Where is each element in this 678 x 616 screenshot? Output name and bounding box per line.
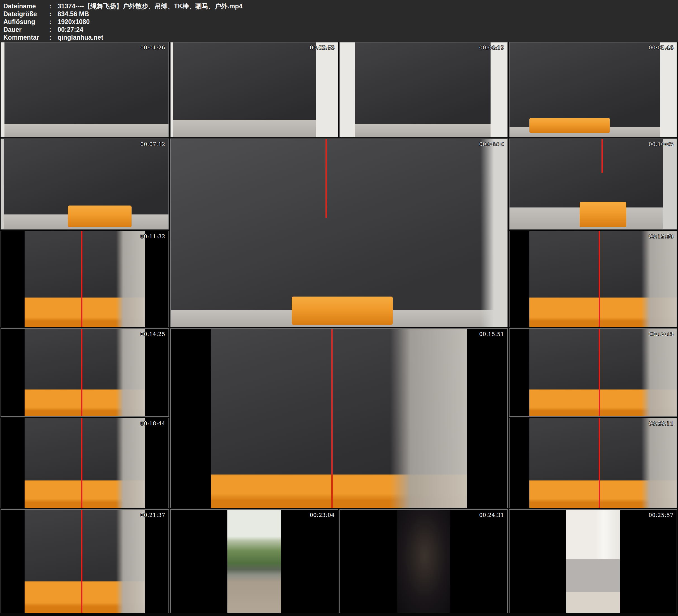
- metadata-row-comment: Kommentar:qinglanhua.net: [3, 34, 678, 41]
- pillarbox-frame: [529, 418, 677, 508]
- timestamp-overlay: 00:15:51: [479, 331, 504, 337]
- thumbnail-grid: 00:01:26 00:02:53 00:04:19 00:05:46 00:0…: [1, 42, 677, 613]
- thumbnail-image: [529, 329, 677, 416]
- bench-shape: [529, 118, 609, 133]
- thumbnail-image: [25, 329, 145, 416]
- video-thumbnail-large: 00:15:51: [170, 329, 508, 508]
- filesize-value: 834.56 MB: [58, 10, 89, 17]
- video-thumbnail: 00:14:25: [1, 329, 169, 417]
- separator: :: [49, 2, 58, 10]
- separator: :: [49, 10, 58, 18]
- rope-shape: [81, 418, 82, 508]
- thumbnail-image: [340, 42, 507, 137]
- video-thumbnail: 00:11:32: [1, 231, 169, 327]
- rope-shape: [599, 418, 600, 508]
- metadata-row-filename: Dateiname:31374----【绳舞飞扬】户外散步、吊缚、TK棒、驷马、…: [3, 2, 678, 10]
- thumbnail-image: [25, 418, 145, 508]
- rope-shape: [601, 139, 603, 173]
- comment-value: qinglanhua.net: [58, 34, 103, 41]
- separator: :: [49, 26, 58, 34]
- timestamp-overlay: 00:14:25: [140, 331, 165, 337]
- pillarbox-frame: [25, 418, 145, 508]
- metadata-row-duration: Dauer:00:27:24: [3, 26, 678, 34]
- duration-label: Dauer: [3, 26, 49, 34]
- rope-shape: [599, 231, 600, 327]
- thumbnail-image: [227, 510, 281, 613]
- bench-shape: [68, 205, 131, 227]
- video-thumbnail: 00:24:31: [339, 509, 508, 613]
- pillarbox-frame: [397, 510, 450, 613]
- metadata-row-resolution: Auflösung:1920x1080: [3, 18, 678, 26]
- video-thumbnail: 00:25:57: [509, 509, 677, 613]
- timestamp-overlay: 00:08:39: [479, 141, 504, 147]
- rope-shape: [326, 139, 327, 218]
- separator: :: [49, 34, 58, 41]
- video-thumbnail: 00:18:44: [1, 418, 169, 508]
- thumbnail-image: [510, 42, 677, 137]
- timestamp-overlay: 00:24:31: [479, 512, 504, 518]
- timestamp-overlay: 00:05:46: [649, 44, 674, 50]
- filename-label: Dateiname: [3, 2, 49, 10]
- video-thumbnail: 00:01:26: [1, 42, 169, 138]
- thumbnail-image: [171, 139, 507, 327]
- metadata-row-filesize: Dateigröße:834.56 MB: [3, 10, 678, 18]
- filename-value: 31374----【绳舞飞扬】户外散步、吊缚、TK棒、驷马、户外.mp4: [58, 2, 242, 10]
- video-thumbnail: 00:17:18: [509, 329, 677, 417]
- thumbnail-image: [25, 231, 145, 327]
- timestamp-overlay: 00:10:05: [649, 141, 674, 147]
- duration-value: 00:27:24: [58, 26, 83, 33]
- pillarbox-frame: [529, 329, 677, 416]
- bench-shape: [292, 297, 393, 325]
- pillarbox-frame: [227, 510, 281, 613]
- timestamp-overlay: 00:04:19: [479, 44, 504, 50]
- video-thumbnail: 00:20:11: [509, 418, 677, 508]
- thumbnail-image: [25, 510, 145, 613]
- timestamp-overlay: 00:02:53: [310, 44, 335, 50]
- pillarbox-frame: [211, 329, 467, 508]
- pillarbox-frame: [25, 329, 145, 416]
- thumbnail-image: [211, 329, 467, 508]
- comment-label: Kommentar: [3, 34, 49, 41]
- timestamp-overlay: 00:07:12: [140, 141, 165, 147]
- timestamp-overlay: 00:11:32: [140, 233, 165, 239]
- pillarbox-frame: [25, 510, 145, 613]
- resolution-label: Auflösung: [3, 18, 49, 26]
- pillarbox-frame: [25, 231, 145, 327]
- video-thumbnail: 00:21:37: [1, 509, 169, 613]
- thumbnail-image: [171, 42, 338, 137]
- bench-shape: [580, 202, 627, 227]
- pillarbox-frame: [566, 510, 620, 613]
- video-thumbnail: 00:02:53: [170, 42, 339, 138]
- thumbnail-image: [529, 418, 677, 508]
- resolution-value: 1920x1080: [58, 18, 90, 26]
- video-thumbnail: 00:04:19: [339, 42, 508, 138]
- video-thumbnail: 00:23:04: [170, 509, 339, 613]
- timestamp-overlay: 00:17:18: [649, 331, 674, 337]
- timestamp-overlay: 00:20:11: [649, 420, 674, 426]
- timestamp-overlay: 00:01:26: [140, 44, 165, 50]
- filesize-label: Dateigröße: [3, 10, 49, 18]
- video-thumbnail: 00:12:58: [509, 231, 677, 327]
- video-thumbnail-large: 00:08:39: [170, 139, 508, 327]
- timestamp-overlay: 00:12:58: [649, 233, 674, 239]
- thumbnail-image: [1, 42, 168, 137]
- pillarbox-frame: [529, 231, 677, 327]
- thumbnail-image: [510, 139, 677, 229]
- video-thumbnail: 00:07:12: [1, 139, 169, 230]
- separator: :: [49, 18, 58, 26]
- thumbnail-image: [566, 510, 620, 613]
- rope-shape: [331, 329, 333, 508]
- timestamp-overlay: 00:18:44: [140, 420, 165, 426]
- rope-shape: [599, 329, 600, 416]
- rope-shape: [81, 231, 82, 327]
- video-thumbnail: 00:05:46: [509, 42, 677, 138]
- thumbnail-image: [397, 510, 450, 613]
- timestamp-overlay: 00:25:57: [649, 512, 674, 518]
- rope-shape: [81, 510, 82, 613]
- timestamp-overlay: 00:23:04: [310, 512, 335, 518]
- video-thumbnail: 00:10:05: [509, 139, 677, 230]
- rope-shape: [81, 329, 82, 416]
- video-contact-sheet: { "header": { "separator": ":", "rows": …: [0, 0, 678, 616]
- thumbnail-image: [1, 139, 168, 229]
- metadata-header: Dateiname:31374----【绳舞飞扬】户外散步、吊缚、TK棒、驷马、…: [0, 0, 678, 42]
